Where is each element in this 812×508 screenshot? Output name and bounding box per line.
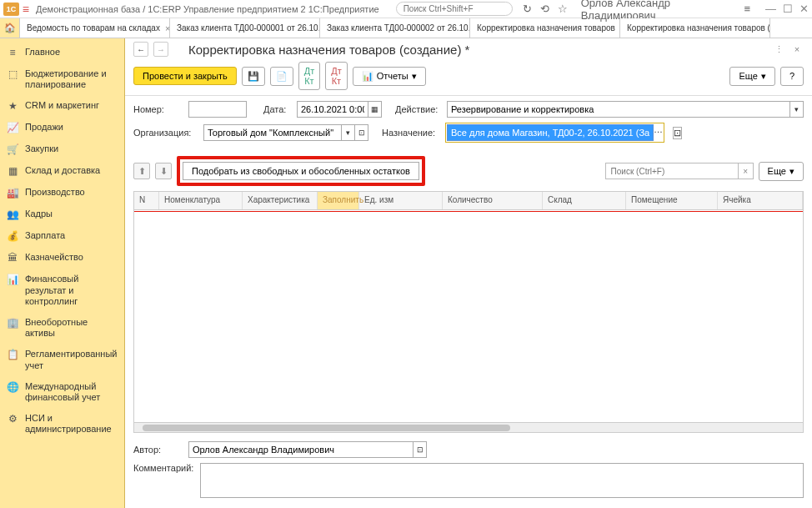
app-logo: 1C	[3, 3, 19, 16]
favorite-icon[interactable]: ☆	[558, 3, 568, 15]
home-tab[interactable]: 🏠	[0, 18, 20, 38]
nav-forward-button[interactable]: →	[153, 42, 168, 57]
grid-icon: ▦	[7, 165, 18, 177]
nav-fin-result[interactable]: 📊Финансовый результат и контроллинг	[0, 269, 124, 312]
nav-main[interactable]: ≡Главное	[0, 42, 124, 63]
dropdown-icon[interactable]: ▾	[790, 101, 804, 118]
horizontal-scrollbar[interactable]	[134, 422, 803, 432]
budget-icon: ⬚	[7, 68, 18, 80]
nav-sales[interactable]: 📈Продажи	[0, 117, 124, 138]
nav-treasury[interactable]: 🏛Казначейство	[0, 247, 124, 269]
org-input[interactable]	[203, 124, 342, 141]
open-link-icon[interactable]: ⊡	[673, 127, 682, 139]
close-icon[interactable]: ✕	[799, 3, 809, 15]
nav-salary[interactable]: 💰Зарплата	[0, 225, 124, 247]
nav-label: Склад и доставка	[25, 165, 100, 176]
more-label: Еще	[739, 71, 757, 81]
nav-assets[interactable]: 🏢Внеоборотные активы	[0, 312, 124, 344]
refresh-icon[interactable]: ↻	[523, 3, 532, 15]
date-label: Дата:	[263, 104, 292, 114]
post-and-close-button[interactable]: Провести и закрыть	[133, 67, 237, 85]
minimize-icon[interactable]: —	[765, 3, 776, 15]
nav-admin[interactable]: ⚙НСИ и администрирование	[0, 408, 124, 440]
action-select[interactable]	[447, 101, 790, 118]
nav-label: Регламентированный учет	[25, 349, 118, 370]
col-cell[interactable]: Ячейка	[718, 192, 803, 209]
clipboard-icon: 📋	[7, 349, 18, 360]
comment-label: Комментарий:	[133, 463, 193, 473]
window-close-icon[interactable]: ×	[790, 43, 804, 56]
tab-label: Корректировка назначения товаров	[477, 23, 615, 33]
date-input[interactable]	[297, 101, 368, 118]
purpose-input[interactable]	[447, 124, 654, 141]
open-icon[interactable]: ⊡	[355, 124, 368, 141]
org-label: Организация:	[133, 128, 198, 138]
move-down-button[interactable]: ⬇	[155, 163, 172, 179]
purpose-label: Назначение:	[382, 128, 440, 138]
tab-item[interactable]: Ведомость по товарам на складах×	[20, 18, 170, 38]
nav-regulated[interactable]: 📋Регламентированный учет	[0, 344, 124, 375]
col-characteristic[interactable]: Характеристика	[243, 192, 318, 209]
nav-international[interactable]: 🌐Международный финансовый учет	[0, 376, 124, 408]
col-unit[interactable]: Ед. изм	[359, 192, 443, 209]
bars-icon: 📊	[7, 274, 18, 285]
more-button[interactable]: Еще ▾	[729, 67, 774, 86]
save-button[interactable]: 💾	[242, 67, 265, 86]
nav-purchases[interactable]: 🛒Закупки	[0, 138, 124, 160]
main-content: ← → Корректировка назначения товаров (со…	[125, 38, 812, 508]
dt-button[interactable]: ДтКт	[298, 62, 321, 90]
scroll-thumb[interactable]	[143, 425, 510, 431]
author-input[interactable]	[188, 441, 414, 458]
grid-body[interactable]	[134, 210, 803, 422]
col-nomenclature[interactable]: Номенклатура	[159, 192, 243, 209]
col-n[interactable]: N	[134, 192, 159, 209]
options-icon[interactable]: ⋮	[772, 43, 785, 56]
nav-production[interactable]: 🏭Производство	[0, 182, 124, 204]
tab-item[interactable]: Корректировка назначения товаров×	[470, 18, 620, 38]
more-label: Еще	[768, 166, 786, 176]
comment-input[interactable]	[200, 463, 804, 498]
nav-label: Финансовый результат и контроллинг	[25, 274, 118, 307]
nav-crm[interactable]: ★CRM и маркетинг	[0, 95, 124, 117]
nav-back-button[interactable]: ←	[133, 42, 148, 57]
nav-hr[interactable]: 👥Кадры	[0, 204, 124, 225]
col-fill[interactable]: Заполнить	[318, 192, 359, 209]
main-menu-icon[interactable]: ≡	[23, 3, 29, 16]
nav-label: Зарплата	[25, 230, 65, 241]
grid-header: N Номенклатура Характеристика Заполнить …	[134, 192, 803, 210]
tab-label: Заказ клиента ТД00-000001 от 26.10.2021.…	[177, 23, 320, 33]
nav-budgeting[interactable]: ⬚Бюджетирование и планирование	[0, 63, 124, 95]
author-label: Автор:	[133, 445, 182, 455]
clear-search-icon[interactable]: ×	[739, 163, 754, 179]
table-search-input[interactable]	[605, 163, 739, 179]
nav-label: Казначейство	[25, 252, 83, 263]
col-warehouse[interactable]: Склад	[543, 192, 626, 209]
tab-item[interactable]: Заказ клиента ТД00-000002 от 26.10.2021.…	[320, 18, 470, 38]
help-button[interactable]: ?	[780, 67, 804, 86]
post-button[interactable]: 📄	[270, 67, 293, 86]
globe-icon: 🌐	[7, 381, 18, 393]
page-header: ← → Корректировка назначения товаров (со…	[125, 38, 812, 60]
nav-warehouse[interactable]: ▦Склад и доставка	[0, 160, 124, 182]
history-icon[interactable]: ⟲	[540, 3, 549, 15]
pick-from-stock-button[interactable]: Подобрать из свободных и обособленных ос…	[183, 162, 419, 180]
move-up-button[interactable]: ⬆	[133, 163, 150, 179]
tab-item[interactable]: Заказ клиента ТД00-000001 от 26.10.2021.…	[170, 18, 320, 38]
tab-item[interactable]: Корректировка назначения товаров (соз...…	[620, 18, 770, 38]
footer-fields: Автор: ⊡ Комментарий:	[125, 436, 812, 508]
nav-sidebar: ≡Главное ⬚Бюджетирование и планирование …	[0, 38, 125, 508]
reports-button[interactable]: 📊 Отчеты ▾	[353, 67, 426, 86]
user-menu-icon[interactable]: ≡	[744, 3, 750, 15]
cart-icon: 🛒	[7, 143, 18, 155]
ellipsis-icon[interactable]: …	[654, 124, 663, 141]
dropdown-icon[interactable]: ▾	[342, 124, 355, 141]
table-more-button[interactable]: Еще ▾	[759, 162, 804, 181]
col-room[interactable]: Помещение	[626, 192, 718, 209]
col-qty[interactable]: Количество	[443, 192, 543, 209]
number-input[interactable]	[188, 101, 247, 118]
open-icon[interactable]: ⊡	[414, 441, 427, 458]
global-search-input[interactable]	[396, 2, 513, 16]
calendar-icon[interactable]: ▦	[368, 101, 382, 118]
maximize-icon[interactable]: ☐	[783, 3, 793, 15]
kt-button[interactable]: ДтКт	[325, 62, 348, 90]
